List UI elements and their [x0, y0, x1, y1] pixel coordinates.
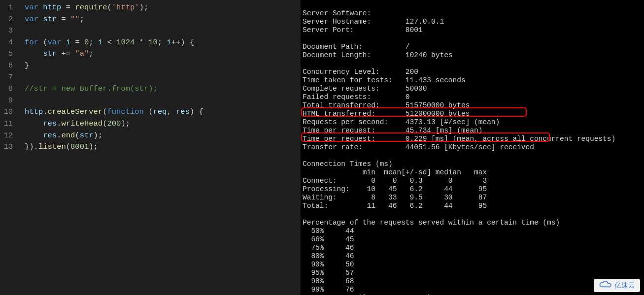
- code-line-6[interactable]: }: [25, 60, 203, 72]
- server-hostname-label: Server Hostname:: [303, 18, 371, 26]
- line-number: 13: [0, 141, 18, 153]
- server-port: 8001: [406, 26, 423, 34]
- failed: 0: [406, 93, 410, 101]
- code-content[interactable]: var http = require('http'); var str = ""…: [18, 0, 203, 295]
- code-line-2[interactable]: var str = "";: [25, 14, 203, 26]
- app-root: 1 2 3 4 5 6 7 8 9 10 11 12 13 var http =…: [0, 0, 644, 295]
- line-number: 6: [0, 60, 18, 72]
- p80: 80% 46: [303, 252, 354, 260]
- code-line-8[interactable]: //str = new Buffer.from(str);: [25, 83, 203, 95]
- code-line-13[interactable]: }).listen(8001);: [25, 141, 203, 153]
- rps: 4373.13 [#/sec] (mean): [406, 118, 500, 126]
- conn-cols: min mean[+/-sd] median max: [303, 168, 487, 176]
- line-number: 4: [0, 37, 18, 49]
- code-line-4[interactable]: for (var i = 0; i < 1024 * 10; i++) {: [25, 37, 203, 49]
- p90: 90% 50: [303, 261, 354, 268]
- connect-row: 0 0 0.3 0 3: [337, 177, 487, 185]
- conc-level: 200: [406, 68, 418, 76]
- p98: 98% 68: [303, 277, 354, 285]
- html-trans: 512000000 bytes: [406, 110, 470, 118]
- code-line-10[interactable]: http.createServer(function (req, res) {: [25, 106, 203, 118]
- code-line-12[interactable]: res.end(str);: [25, 130, 203, 142]
- total-label: Total:: [303, 202, 328, 210]
- p66: 66% 45: [303, 235, 354, 243]
- line-number: 11: [0, 118, 18, 130]
- xfer-label: Transfer rate:: [303, 143, 363, 151]
- line-number: 5: [0, 48, 18, 60]
- tpr2-label: Time per request:: [303, 135, 375, 143]
- line-number: 12: [0, 130, 18, 142]
- rps-label: Requests per second:: [303, 118, 388, 126]
- xfer: 44051.56 [Kbytes/sec] received: [406, 143, 534, 151]
- total-trans: 515750000 bytes: [406, 101, 470, 109]
- doc-path: /: [406, 43, 410, 51]
- code-line-1[interactable]: var http = require('http');: [25, 2, 203, 14]
- line-number: 3: [0, 25, 18, 37]
- server-port-label: Server Port:: [303, 26, 354, 34]
- doc-length-label: Document Length:: [303, 51, 371, 59]
- code-line-7[interactable]: [25, 72, 203, 84]
- code-editor[interactable]: 1 2 3 4 5 6 7 8 9 10 11 12 13 var http =…: [0, 0, 301, 295]
- tpr1: 45.734 [ms] (mean): [406, 127, 483, 134]
- code-line-5[interactable]: str += "a";: [25, 48, 203, 60]
- line-number: 2: [0, 14, 18, 26]
- processing-row: 10 45 6.2 44 95: [350, 185, 487, 193]
- html-trans-label: HTML transferred:: [303, 110, 375, 118]
- terminal-output[interactable]: Server Software: Server Hostname: 127.0.…: [301, 0, 644, 295]
- line-number: 7: [0, 72, 18, 84]
- watermark-text: 亿速云: [614, 281, 635, 290]
- p95: 95% 57: [303, 269, 354, 277]
- waiting-row: 8 33 9.5 30 87: [337, 194, 487, 201]
- connect-label: Connect:: [303, 177, 337, 185]
- doc-length: 10240 bytes: [406, 51, 453, 59]
- total-trans-label: Total transferred:: [303, 101, 380, 109]
- p75: 75% 46: [303, 244, 354, 252]
- p99: 99% 76: [303, 286, 354, 294]
- total-row: 11 46 6.2 44 95: [328, 202, 487, 210]
- time-taken: 11.433 seconds: [406, 76, 466, 84]
- conn-times-header: Connection Times (ms): [303, 160, 393, 168]
- waiting-label: Waiting:: [303, 194, 337, 201]
- processing-label: Processing:: [303, 185, 350, 193]
- conc-level-label: Concurrency Level:: [303, 68, 380, 76]
- code-line-9[interactable]: [25, 95, 203, 107]
- code-line-11[interactable]: res.writeHead(200);: [25, 118, 203, 130]
- tpr1-label: Time per request:: [303, 127, 375, 134]
- cloud-icon: [599, 281, 611, 290]
- doc-path-label: Document Path:: [303, 43, 363, 51]
- tpr2: 0.229 [ms] (mean, across all concurrent …: [406, 135, 615, 143]
- line-gutter: 1 2 3 4 5 6 7 8 9 10 11 12 13: [0, 0, 18, 295]
- line-number: 1: [0, 2, 18, 14]
- complete-label: Complete requests:: [303, 85, 380, 93]
- line-number: 9: [0, 95, 18, 107]
- watermark-badge: 亿速云: [594, 279, 640, 292]
- failed-label: Failed requests:: [303, 93, 371, 101]
- complete: 50000: [406, 85, 427, 93]
- line-number: 8: [0, 83, 18, 95]
- pct-header: Percentage of the requests served within…: [303, 219, 560, 227]
- line-number: 10: [0, 106, 18, 118]
- server-hostname: 127.0.0.1: [406, 18, 444, 26]
- p50: 50% 44: [303, 227, 354, 235]
- code-line-3[interactable]: [25, 25, 203, 37]
- time-taken-label: Time taken for tests:: [303, 76, 393, 84]
- server-software: Server Software:: [303, 9, 371, 17]
